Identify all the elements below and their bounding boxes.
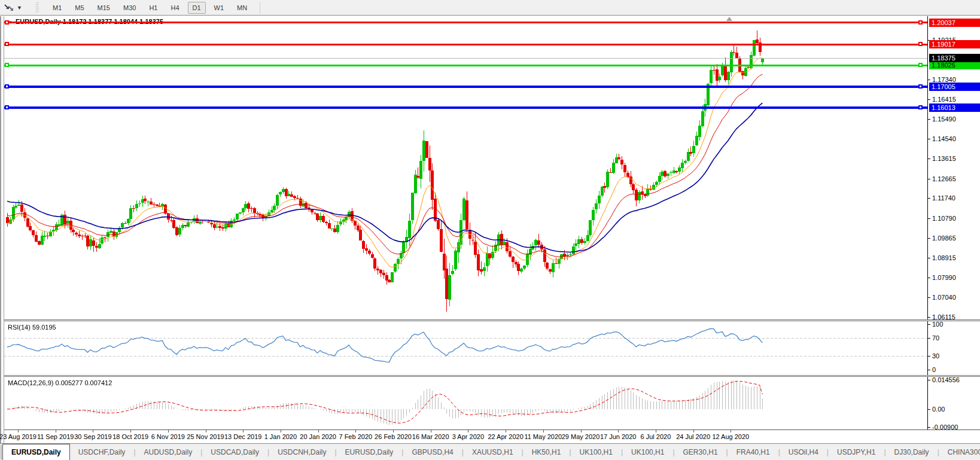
date-tick-mark xyxy=(56,430,56,432)
hline-handle-right[interactable] xyxy=(918,20,923,25)
date-tick-label: 29 May 2020 xyxy=(562,433,600,440)
date-tick-label: 24 Jul 2020 xyxy=(676,433,710,440)
date-tick-label: 6 Nov 2019 xyxy=(151,433,185,440)
timeframe-button-m30[interactable]: M30 xyxy=(118,2,141,14)
chart-tab-usdjpy-h1[interactable]: USDJPY,H1 xyxy=(829,444,884,460)
date-tick-mark xyxy=(206,430,206,432)
rsi-label: RSI(14) 59.0195 xyxy=(8,324,56,331)
date-tick-mark xyxy=(731,430,731,432)
price-axis[interactable]: 1.192151.173401.164151.154901.145401.136… xyxy=(927,16,980,319)
timeframe-button-d1[interactable]: D1 xyxy=(188,2,206,14)
macd-tick-label: 0.014556 xyxy=(932,377,960,383)
price-tick-label: 1.15490 xyxy=(932,115,956,123)
timeframe-button-m15[interactable]: M15 xyxy=(93,2,115,14)
price-tick-label: 1.06115 xyxy=(932,313,955,319)
timeframe-button-h1[interactable]: H1 xyxy=(144,2,162,14)
price-tick-mark xyxy=(928,99,930,100)
chart-tab-dj30-daily[interactable]: DJ30,Daily xyxy=(886,444,938,460)
date-tick-mark xyxy=(468,430,468,432)
chart-tab-usdchf-daily[interactable]: USDCHF,Daily xyxy=(70,444,134,460)
macd-tick-mark xyxy=(928,409,930,410)
rsi-panel: RSI(14) 59.0195 10070300 xyxy=(4,321,980,375)
chart-tools-dropdown-caret[interactable]: ▼ xyxy=(17,5,25,11)
chart-tab-usdcnh-daily[interactable]: USDCNH,Daily xyxy=(269,444,334,460)
chart-tools-icon-glyph xyxy=(4,3,14,13)
hline-level-1.20037[interactable] xyxy=(4,22,927,23)
date-tick-label: 6 Jul 2020 xyxy=(641,433,671,440)
chart-tab-usdcad-daily[interactable]: USDCAD,Daily xyxy=(202,444,267,460)
date-tick-label: 3 Apr 2020 xyxy=(452,433,484,440)
date-tick-mark xyxy=(618,430,619,432)
price-tick-label: 1.16415 xyxy=(932,96,956,103)
date-tick-label: 25 Nov 2019 xyxy=(187,433,224,440)
chart-tab-audusd-daily[interactable]: AUDUSD,Daily xyxy=(136,444,201,460)
chart-tab-fra40-h1[interactable]: FRA40,H1 xyxy=(728,444,778,460)
hline-handle-left[interactable] xyxy=(5,84,9,89)
hline-handle-left[interactable] xyxy=(5,105,9,109)
chart-tab-usoil-h4[interactable]: USOil,H4 xyxy=(780,444,827,460)
chart-tab-china300-h1[interactable]: CHINA300,H1 xyxy=(939,444,980,460)
rsi-tick-mark xyxy=(928,356,930,357)
chart-tab-xauusd-h1[interactable]: XAUUSD,H1 xyxy=(464,444,522,460)
timeframe-button-w1[interactable]: W1 xyxy=(209,2,229,14)
chart-shift-marker[interactable] xyxy=(726,17,732,21)
macd-axis[interactable]: 0.0145560.00-0.00900 xyxy=(927,377,980,429)
chart-window: ▼EURUSD,Daily 1.18172 1.18377 1.18044 1.… xyxy=(0,15,980,443)
timeframe-button-h4[interactable]: H4 xyxy=(166,2,184,14)
date-tick-mark xyxy=(130,430,131,432)
hline-handle-left[interactable] xyxy=(5,63,9,67)
current-price-badge: 1.18375 xyxy=(929,54,980,62)
date-tick-mark xyxy=(168,430,169,432)
price-tick-mark xyxy=(928,179,930,179)
macd-label: MACD(12,26,9) 0.005277 0.007412 xyxy=(8,379,112,386)
date-axis[interactable]: 23 Aug 201911 Sep 201930 Sep 201918 Oct … xyxy=(4,429,980,443)
chart-tab-uk100-h1[interactable]: UK100,H1 xyxy=(571,444,621,460)
hline-level-1.18025[interactable] xyxy=(4,65,927,66)
chart-tab-ger30-h1[interactable]: GER30,H1 xyxy=(675,444,726,460)
hline-level-1.16013[interactable] xyxy=(4,106,927,109)
price-tick-label: 1.07990 xyxy=(932,274,956,281)
price-tick-mark xyxy=(928,258,930,258)
chart-tab-eurusd-daily[interactable]: EURUSD,Daily xyxy=(2,444,70,460)
timeframe-button-mn[interactable]: MN xyxy=(232,2,252,14)
date-tick-label: 30 Sep 2019 xyxy=(74,433,111,440)
hline-handle-right[interactable] xyxy=(918,42,923,46)
rsi-tick-mark xyxy=(928,338,930,339)
date-tick-label: 17 Jun 2020 xyxy=(600,433,637,440)
price-chart-panel: ▼EURUSD,Daily 1.18172 1.18377 1.18044 1.… xyxy=(4,16,980,319)
hline-level-1.19017[interactable] xyxy=(4,44,927,45)
chart-tab-hk50-h1[interactable]: HK50,H1 xyxy=(524,444,570,460)
hline-handle-left[interactable] xyxy=(5,20,9,25)
rsi-tick-label: 30 xyxy=(932,352,939,360)
current-price-line xyxy=(4,58,927,59)
hline-handle-right[interactable] xyxy=(918,63,923,67)
price-chart-canvas[interactable] xyxy=(4,16,927,319)
price-tick-label: 1.13615 xyxy=(932,155,956,162)
price-level-badge: 1.20037 xyxy=(929,19,980,27)
toolbar-drag-grip[interactable] xyxy=(36,2,39,13)
date-tick-mark xyxy=(656,430,656,432)
hline-handle-right[interactable] xyxy=(918,105,923,109)
rsi-canvas[interactable] xyxy=(4,321,927,375)
macd-canvas[interactable] xyxy=(4,377,927,429)
timeframe-button-m1[interactable]: M1 xyxy=(48,2,66,14)
chart-tools-icon[interactable] xyxy=(1,2,17,14)
hline-handle-right[interactable] xyxy=(918,84,923,89)
date-tick-label: 13 Dec 2019 xyxy=(224,433,261,440)
hline-handle-left[interactable] xyxy=(5,42,9,46)
chart-tab-eurusd-daily[interactable]: EURUSD,Daily xyxy=(337,444,402,460)
price-tick-label: 1.12665 xyxy=(932,175,956,182)
rsi-axis[interactable]: 10070300 xyxy=(927,321,980,375)
date-tick-mark xyxy=(581,430,582,432)
price-tick-mark xyxy=(928,297,930,298)
chart-tab-uk100-h1[interactable]: UK100,H1 xyxy=(623,444,672,460)
price-tick-label: 1.10790 xyxy=(932,215,956,222)
price-tick-mark xyxy=(928,238,930,239)
chart-tab-gbpusd-h4[interactable]: GBPUSD,H4 xyxy=(403,444,461,460)
date-tick-label: 12 Aug 2020 xyxy=(712,433,749,440)
macd-tick-label: 0.00 xyxy=(932,406,945,413)
hline-level-1.17005[interactable] xyxy=(4,86,927,88)
timeframe-button-m5[interactable]: M5 xyxy=(70,2,89,14)
tab-bar-grip[interactable] xyxy=(1,445,2,459)
date-tick-label: 11 Sep 2019 xyxy=(37,433,74,440)
